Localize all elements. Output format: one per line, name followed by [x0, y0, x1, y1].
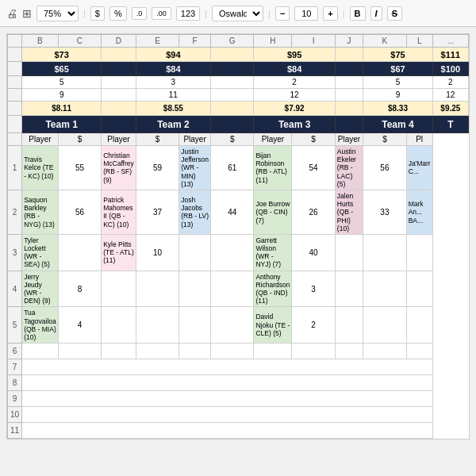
format-icon[interactable]: ⊞ [22, 7, 32, 20]
team1-p2-name[interactable]: Saquon Barkley (RB - NYG) (13) [22, 190, 59, 234]
team1-score1[interactable]: $73 [22, 48, 102, 62]
team2-p3-name[interactable]: Kyle Pitts (TE - ATL) (11) [102, 234, 136, 271]
team1-p2-score[interactable]: 56 [58, 190, 101, 234]
team1-r4[interactable]: 9 [22, 89, 102, 102]
team3-r3[interactable]: 2 [254, 76, 335, 89]
team3-r5[interactable]: $7.92 [254, 102, 335, 116]
team1-p4-name[interactable]: Jerry Jeudy (WR - DEN) (9) [22, 271, 59, 307]
team2-r5[interactable]: $8.55 [136, 102, 210, 116]
font-size-minus-btn[interactable]: − [275, 6, 290, 21]
percent-btn[interactable]: % [109, 6, 127, 21]
team2-r4[interactable]: 11 [136, 89, 210, 102]
strikethrough-button[interactable]: S [387, 6, 402, 21]
team1-r5[interactable]: $8.11 [22, 102, 102, 116]
team5-score1-partial[interactable]: $111 [432, 48, 468, 62]
team5-p1-name[interactable]: Austin Ekeler (RB - LAC) (5) [335, 146, 363, 190]
team5-p5-name[interactable] [335, 307, 363, 344]
team4-p4-name[interactable]: Anthony Richardson (QB - IND) (11) [254, 271, 292, 307]
team5-score2-partial[interactable]: $100 [432, 62, 468, 76]
format-123-btn[interactable]: 123 [176, 6, 200, 21]
team3-p1-name[interactable]: Justin Jefferson (WR - MIN) (13) [179, 146, 211, 190]
team2-p1-score[interactable]: 59 [136, 146, 178, 190]
print-icon[interactable]: 🖨 [6, 7, 17, 20]
team1-score2[interactable]: $65 [22, 62, 102, 76]
team4-p5-score[interactable]: 2 [292, 307, 335, 344]
team3-p1-score[interactable]: 61 [211, 146, 254, 190]
team1-p4-score[interactable]: 8 [58, 271, 101, 307]
team2-p2-name[interactable]: Patrick Mahomes II (QB - KC) (10) [102, 190, 136, 234]
team4-p1-name[interactable]: Bijan Robinson (RB - ATL) (11) [254, 146, 292, 190]
zoom-select[interactable]: 75% [36, 6, 79, 21]
team3-r4[interactable]: 12 [254, 89, 335, 102]
team1-p1-name[interactable]: Travis Kelce (TE - KC) (10) [22, 146, 59, 190]
team2-p4-name[interactable] [102, 271, 136, 307]
team6-p2-name[interactable]: Mark An... BA... [406, 190, 432, 234]
team4-p2-name[interactable]: Joe Burrow (QB - CIN) (7) [254, 190, 292, 234]
team3-p5-score[interactable] [211, 307, 254, 344]
team2-p5-score[interactable] [136, 307, 178, 344]
font-select[interactable]: Oswald [212, 6, 263, 21]
team4-r5[interactable]: $8.33 [363, 102, 433, 116]
team5-p5-score[interactable] [363, 307, 406, 344]
team5-p2-score[interactable]: 33 [363, 190, 406, 234]
team2-p3-score[interactable]: 10 [136, 234, 178, 271]
currency-btn[interactable]: $ [90, 6, 105, 21]
team4-p1-score[interactable]: 54 [292, 146, 335, 190]
italic-button[interactable]: I [370, 6, 382, 21]
team4-r3[interactable]: 5 [363, 76, 433, 89]
team3-p2-score[interactable]: 44 [211, 190, 254, 234]
team2-p5-name[interactable] [102, 307, 136, 344]
team5-header-partial[interactable]: T [432, 116, 468, 133]
team5-p2-name[interactable]: Jalen Hurts (QB - PHI) (10) [335, 190, 363, 234]
team2-p2-score[interactable]: 37 [136, 190, 178, 234]
team4-p5-name[interactable]: David Njoku (TE - CLE) (5) [254, 307, 292, 344]
team3-score1[interactable]: $95 [254, 48, 335, 62]
team1-p1-score[interactable]: 55 [58, 146, 101, 190]
team4-p2-score[interactable]: 26 [292, 190, 335, 234]
team3-p4-score[interactable] [211, 271, 254, 307]
team5-p1-score[interactable]: 56 [363, 146, 406, 190]
team2-r3[interactable]: 3 [136, 76, 210, 89]
team5-r5-partial[interactable]: $9.25 [432, 102, 468, 116]
team1-p5-score[interactable]: 4 [58, 307, 101, 344]
font-size-plus-btn[interactable]: + [323, 6, 337, 21]
team5-p4-name[interactable] [335, 271, 363, 307]
team2-p4-score[interactable] [136, 271, 178, 307]
decimal-plus-btn[interactable]: .00 [152, 7, 171, 20]
team3-p3-name[interactable] [179, 234, 211, 271]
team1-p5-name[interactable]: Tua Tagovailoa (QB - MIA) (10) [22, 307, 59, 344]
team1-r3[interactable]: 5 [22, 76, 102, 89]
team6-p4-name[interactable] [406, 271, 432, 307]
team2-p1-name[interactable]: Christian McCaffrey (RB - SF) (9) [102, 146, 136, 190]
team5-r4-partial[interactable]: 12 [432, 89, 468, 102]
team5-r3-partial[interactable]: 2 [432, 76, 468, 89]
team1-p3-name[interactable]: Tyler Lockett (WR - SEA) (5) [22, 234, 59, 271]
team4-header[interactable]: Team 4 [363, 116, 433, 133]
team2-score2[interactable]: $84 [136, 62, 210, 76]
team4-score2[interactable]: $67 [363, 62, 433, 76]
team2-header[interactable]: Team 2 [136, 116, 210, 133]
team4-score1[interactable]: $75 [363, 48, 433, 62]
team3-p2-name[interactable]: Josh Jacobs (RB - LV) (13) [179, 190, 211, 234]
team4-p4-score[interactable]: 3 [292, 271, 335, 307]
team3-score2[interactable]: $84 [254, 62, 335, 76]
font-size-input[interactable] [294, 6, 318, 21]
team5-p3-score[interactable] [363, 234, 406, 271]
team5-p3-name[interactable] [335, 234, 363, 271]
team1-p3-score[interactable] [58, 234, 101, 271]
team3-header[interactable]: Team 3 [254, 116, 335, 133]
team3-p4-name[interactable] [179, 271, 211, 307]
decimal-minus-btn[interactable]: .0 [132, 7, 148, 20]
team5-p4-score[interactable] [363, 271, 406, 307]
team4-p3-score[interactable]: 40 [292, 234, 335, 271]
team6-p5-name[interactable] [406, 307, 432, 344]
team4-p3-name[interactable]: Garrett Wilson (WR - NYJ) (7) [254, 234, 292, 271]
team4-r4[interactable]: 9 [363, 89, 433, 102]
team3-p5-name[interactable] [179, 307, 211, 344]
team6-p3-name[interactable] [406, 234, 432, 271]
team2-score1[interactable]: $94 [136, 48, 210, 62]
team3-p3-score[interactable] [211, 234, 254, 271]
team6-p1-name[interactable]: Ja'Marr C... [406, 146, 432, 190]
bold-button[interactable]: B [350, 6, 366, 21]
team1-header[interactable]: Team 1 [22, 116, 102, 133]
